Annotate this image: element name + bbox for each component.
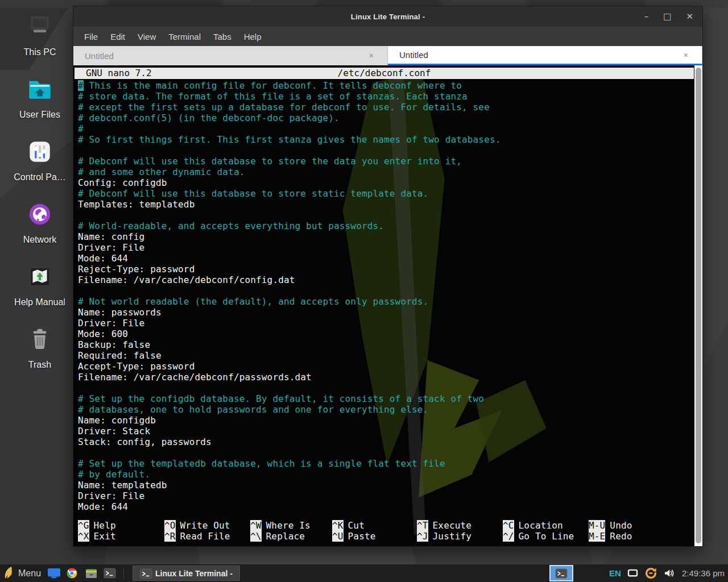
close-button-icon[interactable]: ✕	[686, 13, 693, 21]
buffer-line: Mode: 644	[78, 501, 691, 512]
launcher-file-manager-icon[interactable]	[85, 567, 98, 580]
shortcut-location: ^CLocation	[503, 520, 589, 531]
buffer-line-comment: # This is the main config file for debco…	[78, 80, 691, 91]
tab-label: Untitled	[85, 51, 114, 61]
maximize-button-icon[interactable]: □	[663, 13, 671, 21]
buffer-line: Name: configdb	[78, 415, 691, 426]
window-title: Linux Lite Terminal -	[351, 13, 425, 21]
menu-terminal[interactable]: Terminal	[162, 28, 207, 45]
buffer-line-comment: #	[78, 123, 691, 134]
buffer-line-comment: # store data. The format of this file is…	[78, 91, 691, 102]
shortcut-where-is: ^WWhere Is	[250, 520, 332, 531]
menu-edit[interactable]: Edit	[104, 28, 131, 45]
desktop-icon-label: User Files	[19, 110, 60, 120]
desktop-icon-control-pa[interactable]: Control Pa…	[0, 138, 80, 200]
desktop-icon-list: This PCUser FilesControl Pa…NetworkHelp …	[0, 13, 80, 388]
desktop-icon-label: Network	[23, 235, 57, 245]
nano-header: GNU nano 7.2 /etc/debconf.conf	[75, 68, 694, 79]
launcher-chrome-icon[interactable]	[66, 567, 80, 580]
shortcut-redo: M-ERedo	[589, 531, 691, 542]
launcher-desktop-icon[interactable]	[47, 567, 61, 580]
shortcut-write-out: ^OWrite Out	[164, 520, 250, 531]
desktop-icon-trash[interactable]: Trash	[0, 325, 80, 388]
buffer-line	[78, 210, 691, 221]
shortcut-read-file: ^RRead File	[164, 531, 250, 542]
folder-home-icon	[26, 75, 54, 103]
scrollbar-thumb[interactable]	[696, 68, 701, 543]
buffer-line-comment: # Debconf will use this database to stor…	[78, 188, 691, 199]
scrollbar[interactable]	[694, 65, 702, 546]
desktop-icon-label: This PC	[24, 47, 56, 57]
desktop-icon-label: Trash	[28, 360, 51, 370]
buffer-line-comment: # World-readable, and accepts everything…	[78, 221, 691, 231]
shortcut-label: Exit	[89, 531, 116, 542]
update-notifier-icon[interactable]	[644, 567, 657, 580]
buffer-line: Driver: File	[78, 242, 691, 253]
text-cursor: #	[78, 80, 84, 91]
shortcut-row: ^GHelp^OWrite Out^WWhere Is^KCut^TExecut…	[78, 520, 691, 531]
tab-bar: Untitled×Untitled×	[73, 46, 702, 65]
shortcut-exit: ^XExit	[78, 531, 164, 542]
shortcut-key: ^C	[503, 520, 514, 531]
buffer-line	[78, 285, 691, 296]
tray-active-terminal-icon[interactable]	[549, 565, 573, 581]
nano-file-path: /etc/debconf.conf	[75, 68, 694, 79]
buffer-line	[78, 383, 691, 393]
tab-close-icon[interactable]: ×	[367, 50, 376, 61]
shortcut-key: ^O	[164, 520, 176, 531]
terminal-tab-2[interactable]: Untitled×	[388, 46, 702, 65]
desktop-icon-network[interactable]: Network	[0, 200, 80, 263]
menu-help[interactable]: Help	[238, 28, 268, 45]
clock: 2:49:36 pm	[682, 568, 725, 578]
window-titlebar[interactable]: Linux Lite Terminal - –□✕	[73, 6, 702, 27]
buffer-line: Mode: 600	[78, 329, 691, 339]
launcher-terminal-icon[interactable]	[104, 567, 117, 580]
shortcut-label: Where Is	[262, 520, 311, 531]
shortcut-label: Justify	[428, 531, 471, 542]
shortcut-key: ^J	[417, 531, 428, 542]
tab-label: Untitled	[399, 50, 428, 60]
buffer-line: Required: false	[78, 350, 691, 361]
desktop-icon-user-files[interactable]: User Files	[0, 75, 80, 138]
shortcut-row: ^XExit^RRead File^\Replace^UPaste^JJusti…	[78, 531, 691, 542]
shortcut-label: Cut	[344, 520, 365, 531]
buffer-line	[78, 447, 691, 458]
shortcut-key: ^\	[250, 531, 262, 542]
task-button-terminal[interactable]: Linux Lite Terminal -	[133, 566, 240, 581]
buffer-line-comment: # databases, one to hold passwords and o…	[78, 404, 691, 415]
shortcut-key: ^W	[250, 520, 262, 531]
terminal-pane[interactable]: GNU nano 7.2 /etc/debconf.conf # This is…	[73, 65, 702, 546]
menu-tabs[interactable]: Tabs	[207, 28, 238, 45]
shortcut-label: Go To Line	[514, 531, 574, 542]
buffer-line-comment: # Not world readable (the default), and …	[78, 296, 691, 307]
tab-close-icon[interactable]: ×	[681, 49, 690, 61]
linux-lite-logo-icon[interactable]	[3, 566, 13, 580]
desktop-icon-help-manual[interactable]: Help Manual	[0, 263, 80, 325]
buffer-line: Filename: /var/cache/debconf/passwords.d…	[78, 372, 691, 383]
shortcut-label: Undo	[605, 520, 632, 531]
display-settings-icon[interactable]	[627, 569, 638, 577]
shortcut-help: ^GHelp	[78, 520, 164, 531]
menu-view[interactable]: View	[131, 28, 162, 45]
buffer-line: Config: configdb	[78, 177, 691, 188]
shortcut-label: Paste	[344, 531, 376, 542]
shortcut-key: ^/	[503, 531, 514, 542]
desktop-icon-this-pc[interactable]: This PC	[0, 13, 80, 75]
shortcut-justify: ^JJustify	[417, 531, 503, 542]
volume-icon[interactable]	[664, 569, 675, 577]
shortcut-key: ^G	[78, 520, 89, 531]
taskbar-tray: EN 2:49:36 pm	[549, 564, 725, 582]
buffer-line: Name: templatedb	[78, 480, 691, 490]
shortcut-label: Write Out	[176, 520, 230, 531]
control-panel-icon	[26, 138, 54, 166]
minimize-button-icon[interactable]: –	[644, 13, 649, 21]
taskbar: Menu Linux Lite Terminal - EN 2:49:36 pm	[0, 564, 728, 582]
menu-file[interactable]: File	[78, 28, 104, 45]
shortcut-label: Location	[514, 520, 563, 531]
shortcut-key: ^X	[78, 531, 89, 542]
launcher-group	[47, 567, 117, 580]
desktop-icon-label: Help Manual	[14, 297, 65, 307]
menu-button[interactable]: Menu	[18, 568, 41, 579]
keyboard-layout-badge[interactable]: EN	[609, 568, 621, 578]
terminal-tab-1[interactable]: Untitled×	[73, 46, 388, 65]
